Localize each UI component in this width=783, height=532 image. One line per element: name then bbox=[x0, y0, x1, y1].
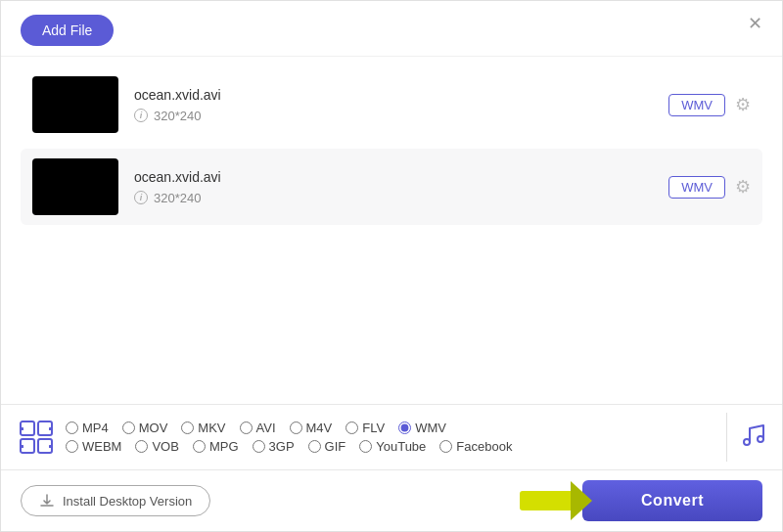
file-thumbnail bbox=[32, 158, 118, 215]
add-file-button[interactable]: Add File bbox=[21, 15, 114, 46]
file-list-area: ocean.xvid.avi i 320*240 WMV ⚙ ocean.xvi… bbox=[1, 57, 782, 422]
format-m4v[interactable]: M4V bbox=[290, 421, 333, 435]
install-desktop-button[interactable]: Install Desktop Version bbox=[21, 485, 210, 516]
music-icon[interactable] bbox=[739, 421, 766, 454]
download-icon bbox=[39, 493, 55, 509]
svg-point-8 bbox=[744, 439, 750, 445]
file-actions: WMV ⚙ bbox=[668, 176, 751, 199]
file-meta: i 320*240 bbox=[134, 191, 668, 205]
file-dimensions: 320*240 bbox=[154, 191, 201, 205]
format-mpg[interactable]: MPG bbox=[193, 439, 239, 454]
arrow-body bbox=[520, 491, 571, 510]
file-info: ocean.xvid.avi i 320*240 bbox=[134, 87, 668, 123]
close-button[interactable]: ✕ bbox=[748, 15, 762, 32]
file-list: ocean.xvid.avi i 320*240 WMV ⚙ ocean.xvi… bbox=[1, 57, 782, 241]
format-mp4[interactable]: MP4 bbox=[66, 421, 109, 435]
file-actions: WMV ⚙ bbox=[668, 94, 751, 116]
info-icon: i bbox=[134, 191, 148, 204]
svg-rect-7 bbox=[49, 445, 52, 448]
svg-point-9 bbox=[758, 436, 763, 442]
radio-options: MP4 MOV MKV AVI M4V FLV bbox=[66, 421, 714, 454]
info-icon: i bbox=[134, 109, 148, 122]
radio-row-2: WEBM VOB MPG 3GP GIF YouT bbox=[66, 439, 714, 454]
format-3gp[interactable]: 3GP bbox=[253, 439, 295, 454]
arrow-tip bbox=[571, 481, 592, 520]
svg-rect-5 bbox=[49, 427, 52, 430]
format-flv[interactable]: FLV bbox=[345, 421, 385, 435]
install-label: Install Desktop Version bbox=[63, 494, 192, 509]
format-options: MP4 MOV MKV AVI M4V FLV bbox=[1, 405, 782, 469]
file-meta: i 320*240 bbox=[134, 109, 668, 123]
header: Add File ✕ bbox=[1, 1, 782, 57]
file-item: ocean.xvid.avi i 320*240 WMV ⚙ bbox=[21, 66, 762, 143]
file-thumbnail bbox=[32, 76, 118, 133]
format-vob[interactable]: VOB bbox=[135, 439, 178, 454]
radio-row-1: MP4 MOV MKV AVI M4V FLV bbox=[66, 421, 714, 435]
format-wmv[interactable]: WMV bbox=[398, 421, 446, 435]
format-gif[interactable]: GIF bbox=[308, 439, 346, 454]
divider bbox=[726, 413, 727, 462]
format-mov[interactable]: MOV bbox=[122, 421, 168, 435]
svg-rect-6 bbox=[21, 445, 23, 448]
format-avi[interactable]: AVI bbox=[240, 421, 276, 435]
file-info: ocean.xvid.avi i 320*240 bbox=[134, 169, 668, 205]
format-badge[interactable]: WMV bbox=[668, 94, 725, 116]
svg-rect-4 bbox=[21, 427, 23, 430]
convert-button[interactable]: Convert bbox=[582, 480, 762, 521]
format-webm[interactable]: WEBM bbox=[66, 439, 121, 454]
format-grid-icon bbox=[17, 418, 56, 457]
format-badge[interactable]: WMV bbox=[668, 176, 725, 199]
file-item: ocean.xvid.avi i 320*240 WMV ⚙ bbox=[21, 149, 762, 225]
format-youtube[interactable]: YouTube bbox=[359, 439, 426, 454]
file-name: ocean.xvid.avi bbox=[134, 169, 668, 185]
arrow-indicator bbox=[520, 481, 592, 520]
file-name: ocean.xvid.avi bbox=[134, 87, 668, 103]
settings-icon[interactable]: ⚙ bbox=[735, 94, 751, 115]
format-bar: MP4 MOV MKV AVI M4V FLV bbox=[1, 404, 782, 531]
format-mkv[interactable]: MKV bbox=[181, 421, 225, 435]
file-dimensions: 320*240 bbox=[154, 109, 201, 123]
film-grid-icon bbox=[19, 420, 54, 455]
settings-icon[interactable]: ⚙ bbox=[735, 176, 751, 198]
format-facebook[interactable]: Facebook bbox=[439, 439, 512, 454]
convert-wrapper: Convert bbox=[520, 480, 762, 521]
action-bar: Install Desktop Version Convert bbox=[1, 469, 782, 531]
bottom-section: MP4 MOV MKV AVI M4V FLV bbox=[1, 404, 782, 531]
